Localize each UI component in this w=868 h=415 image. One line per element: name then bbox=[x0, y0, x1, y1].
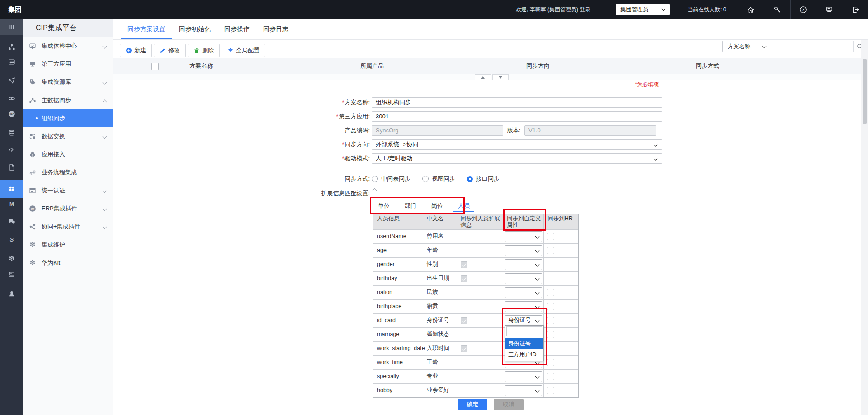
rail-item-sitemap[interactable] bbox=[0, 39, 23, 55]
hr-checkbox[interactable] bbox=[547, 233, 554, 240]
rail-item-database[interactable] bbox=[0, 125, 23, 141]
search-input[interactable] bbox=[770, 41, 853, 52]
hr-checkbox[interactable] bbox=[547, 331, 554, 338]
toolbar-button-2[interactable]: 修改 bbox=[154, 44, 186, 57]
drive-mode-value: 人工/定时驱动 bbox=[376, 155, 413, 162]
collapse-down-button[interactable] bbox=[492, 74, 509, 80]
collapse-up-button[interactable] bbox=[475, 74, 491, 80]
sidebar-item-6[interactable]: 数据交换 bbox=[23, 127, 113, 145]
tab-3[interactable]: 同步操作 bbox=[217, 19, 256, 39]
rail-item-m-module[interactable]: M bbox=[0, 196, 23, 212]
ext-tab-4[interactable]: 人员 bbox=[453, 201, 474, 212]
chevron-down-icon bbox=[103, 80, 107, 85]
dropdown-option-1[interactable]: 身份证号 bbox=[505, 338, 543, 349]
custom-attr-select[interactable] bbox=[505, 385, 542, 396]
drive-mode-select[interactable]: 人工/定时驱动 bbox=[372, 153, 662, 164]
ext-tab-1[interactable]: 单位 bbox=[373, 201, 394, 212]
collapse-icon bbox=[8, 23, 15, 31]
rail-item-cap[interactable]: CAP bbox=[0, 106, 23, 122]
rail-item-chain[interactable] bbox=[0, 90, 23, 107]
plan-name-input[interactable]: 组织机构同步 bbox=[372, 97, 662, 108]
third-app-input[interactable]: 3001 bbox=[372, 111, 662, 122]
direction-select[interactable]: 外部系统-->协同 bbox=[372, 139, 662, 150]
pencil-icon bbox=[160, 47, 166, 54]
rail-item-user[interactable] bbox=[0, 286, 23, 302]
sidebar-item-4[interactable]: 主数据同步 bbox=[23, 91, 113, 109]
custom-attr-select[interactable] bbox=[505, 287, 542, 298]
topbar-help-icon[interactable]: ? bbox=[790, 0, 816, 19]
sidebar-item-3[interactable]: 集成资源库 bbox=[23, 73, 113, 91]
toolbar-button-1[interactable]: 新建 bbox=[120, 44, 152, 57]
rail-item-apps[interactable] bbox=[0, 180, 23, 198]
ext-tab-3[interactable]: 岗位 bbox=[427, 201, 448, 212]
custom-attr-select[interactable] bbox=[505, 371, 542, 382]
sidebar-item-7[interactable]: 应用接入 bbox=[23, 145, 113, 163]
sidebar-item-12[interactable]: 集成维护 bbox=[23, 236, 113, 254]
hr-checkbox[interactable] bbox=[547, 303, 554, 310]
list-header-2: 所属产品 bbox=[360, 58, 384, 74]
hr-checkbox[interactable] bbox=[547, 387, 554, 394]
rail-item-document[interactable] bbox=[0, 159, 23, 176]
rail-item-s-module[interactable]: S bbox=[0, 232, 23, 248]
custom-attr-cell bbox=[503, 370, 544, 383]
radio-2[interactable] bbox=[422, 176, 429, 182]
ext-tab-2[interactable]: 部门 bbox=[400, 201, 421, 212]
sidebar-item-9[interactable]: 统一认证 bbox=[23, 182, 113, 200]
tab-2[interactable]: 同步初始化 bbox=[172, 19, 217, 39]
hr-checkbox[interactable] bbox=[547, 289, 554, 296]
sidebar-item-1[interactable]: 集成体检中心 bbox=[23, 37, 113, 55]
field-name-cell: birthplace bbox=[373, 300, 423, 313]
custom-attr-select[interactable]: 身份证号 bbox=[505, 315, 542, 326]
sidebar-item-11[interactable]: 协同+集成插件 bbox=[23, 218, 113, 236]
sync-hr-cell bbox=[544, 370, 578, 383]
sidebar-item-13[interactable]: 华为Kit bbox=[23, 254, 113, 272]
topbar-screen-icon[interactable] bbox=[816, 0, 843, 19]
chevron-down-icon bbox=[103, 207, 107, 211]
custom-attr-select[interactable] bbox=[505, 231, 542, 242]
rail-item-transfer[interactable] bbox=[0, 54, 23, 70]
toolbar-button-4[interactable]: 全局配置 bbox=[222, 44, 265, 57]
hr-checkbox[interactable] bbox=[547, 359, 554, 366]
field-name-cell: age bbox=[373, 244, 423, 257]
topbar-home-icon[interactable] bbox=[737, 0, 764, 19]
rail-item-workstation[interactable] bbox=[0, 266, 23, 283]
custom-attr-select[interactable] bbox=[505, 245, 542, 256]
tab-4[interactable]: 同步日志 bbox=[256, 19, 295, 39]
hr-checkbox[interactable] bbox=[547, 373, 554, 380]
tab-1[interactable]: 同步方案设置 bbox=[121, 19, 172, 39]
topbar-logout-icon[interactable] bbox=[843, 0, 868, 19]
dropdown-filter-input[interactable] bbox=[506, 326, 542, 336]
version-input: V1.0 bbox=[524, 125, 656, 136]
search-field-select[interactable]: 方案名称 bbox=[723, 41, 770, 52]
gauge-icon bbox=[8, 146, 15, 153]
radio-1[interactable] bbox=[372, 176, 378, 182]
scrollbar-thumb[interactable] bbox=[863, 59, 867, 124]
hr-checkbox[interactable] bbox=[547, 317, 554, 324]
ok-button[interactable]: 确定 bbox=[458, 399, 487, 410]
custom-attr-select[interactable] bbox=[505, 273, 542, 284]
scrollbar[interactable] bbox=[861, 40, 868, 415]
rail-item-chat[interactable] bbox=[0, 213, 23, 229]
cancel-button[interactable]: 取消 bbox=[494, 399, 524, 410]
rail-item-send[interactable] bbox=[0, 72, 23, 89]
custom-attr-select[interactable] bbox=[505, 259, 542, 270]
rail-item-gear[interactable] bbox=[0, 251, 23, 267]
transfer-icon bbox=[8, 58, 15, 65]
collapse-caret-icon[interactable] bbox=[372, 188, 377, 194]
version-label: 版本: bbox=[507, 125, 523, 136]
sidebar-item-10[interactable]: ERPERP集成插件 bbox=[23, 200, 113, 218]
sidebar-item-label: 第三方应用 bbox=[42, 55, 71, 73]
role-select[interactable]: 集团管理员 bbox=[616, 4, 670, 15]
select-all-checkbox[interactable] bbox=[151, 63, 159, 70]
dropdown-option-2[interactable]: 三方用户ID bbox=[505, 349, 543, 360]
sidebar-item-8[interactable]: 业务流程集成 bbox=[23, 163, 113, 182]
sidebar-item-5[interactable]: 组织同步 bbox=[23, 109, 113, 127]
rail-item-gauge[interactable] bbox=[0, 141, 23, 158]
hr-checkbox[interactable] bbox=[547, 247, 554, 254]
radio-3[interactable] bbox=[467, 176, 473, 182]
custom-attr-select[interactable] bbox=[505, 301, 542, 312]
toolbar-button-3[interactable]: 删除 bbox=[188, 44, 220, 57]
topbar-key-icon[interactable] bbox=[764, 0, 790, 19]
sidebar-item-2[interactable]: 第三方应用 bbox=[23, 55, 113, 73]
rail-item-collapse[interactable] bbox=[0, 19, 23, 35]
